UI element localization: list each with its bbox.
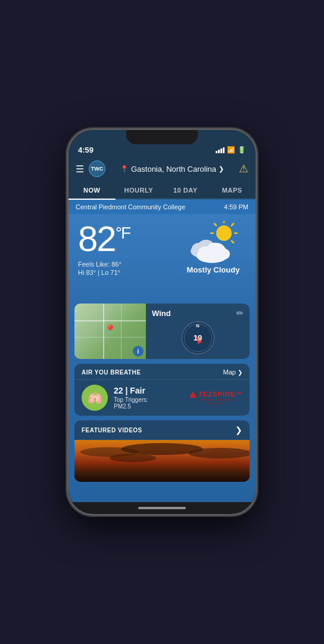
featured-videos-arrow-icon: ❯ xyxy=(235,425,242,435)
tezspire-sponsor: TEZSPIRE™ (tezepelumab-ekko) AstraZeneca xyxy=(189,391,242,405)
hi-lo: Hi 83° | Lo 71° xyxy=(78,269,180,276)
bottom-padding xyxy=(68,487,256,493)
wifi-icon: 📶 xyxy=(227,146,235,154)
location-bar: Central Piedmont Community College 4:59 … xyxy=(68,200,256,214)
air-quality-map-link[interactable]: Map ❯ xyxy=(223,369,242,376)
tab-maps[interactable]: MAPS xyxy=(209,182,256,199)
tezspire-triangle-icon xyxy=(189,391,197,398)
svg-point-17 xyxy=(110,454,156,462)
air-quality-header: AIR YOU BREATHE Map ❯ xyxy=(74,364,250,380)
screen: 4:59 📶 🔋 ☰ TWC 📍 xyxy=(68,130,256,514)
home-bar xyxy=(68,502,256,514)
compass-north-label: N xyxy=(196,323,200,329)
mostly-cloudy-icon xyxy=(188,221,239,263)
svg-point-13 xyxy=(216,248,230,260)
condition-label: Mostly Cloudy xyxy=(187,265,240,274)
wind-card: 📍 i Wind ✏ N xyxy=(74,304,250,359)
logo-text: TWC xyxy=(91,166,104,172)
tezspire-name: TEZSPIRE™ xyxy=(198,391,242,398)
power-button[interactable] xyxy=(256,196,257,225)
weather-icon-area: Mostly Cloudy xyxy=(180,221,246,274)
menu-icon[interactable]: ☰ xyxy=(76,163,84,175)
video-thumbnail[interactable] xyxy=(74,440,250,482)
svg-line-2 xyxy=(232,224,233,225)
app-header: ☰ TWC 📍 Gastonia, North Carolina ❯ ⚠ xyxy=(68,157,256,182)
air-map-text: Map xyxy=(223,369,236,376)
app-logo: TWC xyxy=(89,160,105,177)
home-bar-pill[interactable] xyxy=(138,507,186,509)
tab-now[interactable]: NOW xyxy=(68,182,116,199)
wind-speed: 19 xyxy=(194,333,202,342)
air-quality-details: 22 | Fair Top Triggers: PM2.5 xyxy=(114,386,183,410)
map-pin-icon: 📍 xyxy=(104,323,117,336)
map-info-button[interactable]: i xyxy=(133,346,144,357)
feels-like: Feels Like: 86° xyxy=(78,261,180,268)
signal-icon xyxy=(216,147,225,153)
main-content: Central Piedmont Community College 4:59 … xyxy=(68,200,256,502)
location-name: Gastonia, North Carolina xyxy=(131,165,216,174)
wind-info: Wind ✏ N 19 xyxy=(146,304,250,359)
tab-hourly[interactable]: HOURLY xyxy=(116,182,163,199)
location-arrow-icon: ❯ xyxy=(219,165,224,173)
wind-map[interactable]: 📍 i xyxy=(74,304,146,359)
svg-point-16 xyxy=(188,448,250,459)
tezspire-logo: TEZSPIRE™ (tezepelumab-ekko) AstraZeneca xyxy=(189,391,242,405)
phone-frame: 4:59 📶 🔋 ☰ TWC 📍 xyxy=(67,128,257,516)
video-clouds-svg xyxy=(74,440,250,482)
air-quality-card: AIR YOU BREATHE Map ❯ 🫁 22 | Fair xyxy=(74,364,250,416)
map-background: 📍 i xyxy=(74,304,146,359)
temperature-display: 82°F xyxy=(78,221,180,257)
location-bar-name: Central Piedmont Community College xyxy=(76,203,185,210)
header-left: ☰ TWC xyxy=(76,160,105,177)
alert-icon[interactable]: ⚠ xyxy=(239,162,248,175)
compass-circle: N 19 xyxy=(182,321,214,354)
tezspire-tagline: AstraZeneca xyxy=(207,401,224,405)
wind-title: Wind xyxy=(152,309,171,318)
compass: N 19 xyxy=(182,321,214,354)
air-map-arrow-icon: ❯ xyxy=(238,369,242,376)
weather-section: 82°F Feels Like: 86° Hi 83° | Lo 71° xyxy=(68,214,256,281)
temp-unit: °F xyxy=(116,224,130,242)
featured-videos-header[interactable]: FEATURED VIDEOS ❯ xyxy=(74,420,250,440)
svg-line-5 xyxy=(214,224,216,225)
status-bar: 4:59 📶 🔋 xyxy=(68,130,256,157)
featured-videos-card: FEATURED VIDEOS ❯ xyxy=(74,420,250,482)
status-icons: 📶 🔋 xyxy=(216,146,246,154)
location-bar-time: 4:59 PM xyxy=(224,203,248,210)
battery-icon: 🔋 xyxy=(238,146,246,154)
air-quality-badge: 🫁 xyxy=(82,385,108,411)
temperature-info: 82°F Feels Like: 86° Hi 83° | Lo 71° xyxy=(78,221,180,276)
svg-line-4 xyxy=(232,241,233,243)
nav-tabs: NOW HOURLY 10 DAY MAPS xyxy=(68,182,256,200)
wind-header: Wind ✏ xyxy=(152,308,244,318)
air-quality-triggers: Top Triggers: PM2.5 xyxy=(114,397,183,410)
air-quality-body: 🫁 22 | Fair Top Triggers: PM2.5 xyxy=(74,380,250,416)
weather-spacer xyxy=(68,281,256,299)
svg-point-0 xyxy=(216,225,232,241)
air-quality-score: 22 | Fair xyxy=(114,386,183,395)
featured-videos-title: FEATURED VIDEOS xyxy=(82,427,142,434)
wind-edit-icon[interactable]: ✏ xyxy=(236,308,244,318)
location-pin-icon: 📍 xyxy=(120,165,129,173)
air-quality-title: AIR YOU BREATHE xyxy=(82,369,141,376)
air-quality-icon: 🫁 xyxy=(88,391,102,405)
volume-down-button[interactable] xyxy=(67,212,68,229)
location-button[interactable]: 📍 Gastonia, North Carolina ❯ xyxy=(120,165,224,174)
tab-10day[interactable]: 10 DAY xyxy=(162,182,209,199)
status-time: 4:59 xyxy=(78,145,94,154)
